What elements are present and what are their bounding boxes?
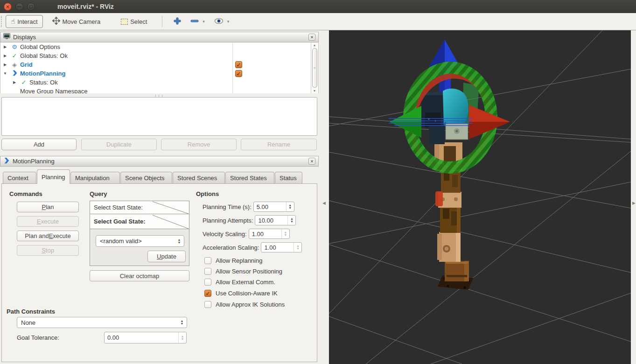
- checkbox[interactable]: [204, 257, 211, 264]
- path-constraints-dropdown[interactable]: None ▲▼: [17, 317, 187, 328]
- checkbox[interactable]: [204, 268, 211, 275]
- motionplanning-tabbar: Context Planning Manipulation Scene Obje…: [0, 169, 319, 184]
- toolbar-grip[interactable]: [1, 16, 3, 27]
- velocity-scaling-row: Velocity Scaling: 1.00 ▲▼: [203, 229, 290, 239]
- spinner-icons[interactable]: ▲▼: [281, 229, 289, 238]
- tree-row-grid[interactable]: ▶ ◈ Grid: [2, 60, 33, 69]
- chevron-down-icon: ▾: [203, 19, 205, 24]
- close-icon[interactable]: ✕: [308, 34, 315, 41]
- checkbox[interactable]: [204, 279, 211, 286]
- spinner-icons[interactable]: ▲▼: [178, 332, 186, 343]
- select-start-state-tab[interactable]: Select Start State:: [90, 201, 189, 214]
- 3d-viewport[interactable]: [329, 30, 631, 364]
- duplicate-display-button[interactable]: Duplicate: [81, 139, 157, 150]
- tree-row-status-ok[interactable]: ▶ ✓ Status: Ok: [12, 78, 58, 87]
- expander-icon[interactable]: ▶: [2, 54, 8, 58]
- planning-time-spinbox[interactable]: 5.00 ▲▼: [253, 202, 294, 212]
- display-description-area: [1, 97, 317, 136]
- spinner-icons[interactable]: ▲▼: [177, 317, 187, 328]
- window-maximize-icon[interactable]: ▢: [27, 3, 35, 11]
- tree-row-move-group-namespace[interactable]: Move Group Namespace: [20, 87, 88, 93]
- tab-planning[interactable]: Planning: [37, 169, 70, 184]
- allow-external-comm-checkbox-row[interactable]: Allow External Comm.: [204, 279, 275, 286]
- expander-icon[interactable]: ▶: [12, 80, 17, 84]
- rename-display-button[interactable]: Rename: [241, 139, 317, 150]
- tab-context[interactable]: Context: [3, 172, 36, 184]
- stop-button[interactable]: Stop: [17, 245, 79, 256]
- spinner-icons[interactable]: ▲▼: [287, 216, 295, 225]
- goal-tolerance-spinbox[interactable]: 0.00 ▲▼: [104, 332, 187, 343]
- scroll-grip-icon: ≡: [314, 67, 315, 69]
- titlebar[interactable]: ✕ — ▢ moveit.rviz* - RViz: [0, 0, 636, 13]
- window-close-icon[interactable]: ✕: [4, 3, 12, 11]
- tree-row-global-status[interactable]: ▶ ✓ Global Status: Ok: [2, 51, 68, 60]
- tree-row-motionplanning[interactable]: ▼ MotionPlanning: [2, 69, 65, 78]
- tree-row-global-options[interactable]: ▶ ⚙ Global Options: [2, 42, 60, 51]
- query-box: Select Start State: Select Goal State: <…: [90, 201, 189, 266]
- tab-scene-objects[interactable]: Scene Objects: [120, 172, 172, 184]
- allow-replanning-checkbox-row[interactable]: Allow Replanning: [204, 257, 262, 264]
- window-minimize-icon[interactable]: —: [15, 3, 23, 11]
- checkbox[interactable]: [204, 301, 211, 308]
- collapse-right-icon[interactable]: ▶: [632, 201, 636, 205]
- interact-tool-button[interactable]: ☝ Interact: [6, 15, 43, 28]
- add-display-button[interactable]: Add: [1, 139, 77, 150]
- displays-tree[interactable]: ▶ ⚙ Global Options ▶ ✓ Global Status: Ok…: [0, 42, 319, 93]
- displays-panel-header[interactable]: Displays ✕: [0, 32, 319, 42]
- move-camera-icon: [52, 17, 60, 26]
- checkbox[interactable]: [204, 290, 211, 297]
- select-goal-state-tab[interactable]: Select Goal State:: [90, 214, 189, 229]
- plan-button[interactable]: Plan: [17, 202, 79, 212]
- spinner-icons[interactable]: ▲▼: [294, 243, 301, 252]
- expander-icon[interactable]: ▼: [2, 71, 8, 76]
- allow-sensor-positioning-checkbox-row[interactable]: Allow Sensor Positioning: [204, 268, 282, 275]
- tree-column-divider[interactable]: [232, 42, 233, 93]
- query-heading: Query: [90, 190, 107, 197]
- acceleration-scaling-label: Acceleration Scaling:: [203, 244, 259, 251]
- tab-stored-states[interactable]: Stored States: [225, 172, 274, 184]
- goal-tolerance-label: Goal Tolerance:: [17, 334, 59, 341]
- plan-and-execute-button[interactable]: Plan and Execute: [17, 231, 79, 241]
- planning-attempts-spinbox[interactable]: 10.00 ▲▼: [255, 215, 296, 225]
- collapse-left-icon[interactable]: ◀: [322, 201, 326, 205]
- tree-description-splitter[interactable]: ❘❘❘: [0, 93, 319, 97]
- visibility-button[interactable]: ▾: [211, 15, 232, 28]
- zoom-out-button[interactable]: ▾: [188, 15, 208, 28]
- scroll-down-icon[interactable]: ▼: [313, 88, 316, 93]
- allow-approx-ik-solutions-checkbox-row[interactable]: Allow Approx IK Solutions: [204, 301, 285, 308]
- rviz-window: { "window": { "title": "moveit.rviz* - R…: [0, 0, 636, 364]
- grid-icon: ◈: [11, 61, 18, 68]
- 3d-scene[interactable]: [329, 30, 631, 364]
- tab-stored-scenes[interactable]: Stored Scenes: [173, 172, 225, 184]
- motionplanning-panel-title: MotionPlanning: [13, 158, 55, 165]
- tree-label: Global Options: [20, 43, 60, 50]
- expander-icon[interactable]: ▶: [2, 45, 8, 49]
- scrollbar-thumb[interactable]: ≡: [312, 48, 317, 88]
- update-button[interactable]: Update: [147, 251, 186, 262]
- zoom-in-button[interactable]: [171, 15, 184, 28]
- acceleration-scaling-spinbox[interactable]: 1.00 ▲▼: [261, 242, 302, 252]
- use-collision-aware-ik-checkbox-row[interactable]: Use Collision-Aware IK: [204, 290, 278, 297]
- motionplanning-panel-header[interactable]: MotionPlanning ✕: [0, 156, 319, 167]
- expander-icon[interactable]: ▶: [2, 63, 8, 67]
- tree-scrollbar[interactable]: ▲ ≡ ▼: [311, 42, 318, 93]
- remove-display-button[interactable]: Remove: [161, 139, 237, 150]
- execute-button[interactable]: Execute: [17, 216, 79, 227]
- tab-manipulation[interactable]: Manipulation: [70, 172, 120, 184]
- move-camera-tool-button[interactable]: Move Camera: [48, 15, 105, 28]
- velocity-scaling-spinbox[interactable]: 1.00 ▲▼: [249, 229, 290, 239]
- goal-state-dropdown[interactable]: <random valid> ▲▼: [96, 235, 184, 247]
- select-tool-button[interactable]: Select: [116, 15, 152, 28]
- close-icon[interactable]: ✕: [308, 158, 315, 165]
- spinner-icons[interactable]: ▲▼: [286, 202, 294, 211]
- tab-status[interactable]: Status: [275, 172, 302, 184]
- interact-label: Interact: [17, 18, 37, 25]
- checkbox-label: Use Collision-Aware IK: [216, 290, 278, 297]
- options-heading: Options: [196, 190, 219, 197]
- clear-octomap-button[interactable]: Clear octomap: [90, 270, 189, 281]
- scroll-up-icon[interactable]: ▲: [313, 42, 316, 48]
- spinner-icons[interactable]: ▲▼: [175, 236, 184, 246]
- grid-enabled-checkbox[interactable]: [235, 61, 242, 68]
- displays-panel-title: Displays: [13, 34, 36, 41]
- motionplanning-enabled-checkbox[interactable]: [235, 70, 242, 77]
